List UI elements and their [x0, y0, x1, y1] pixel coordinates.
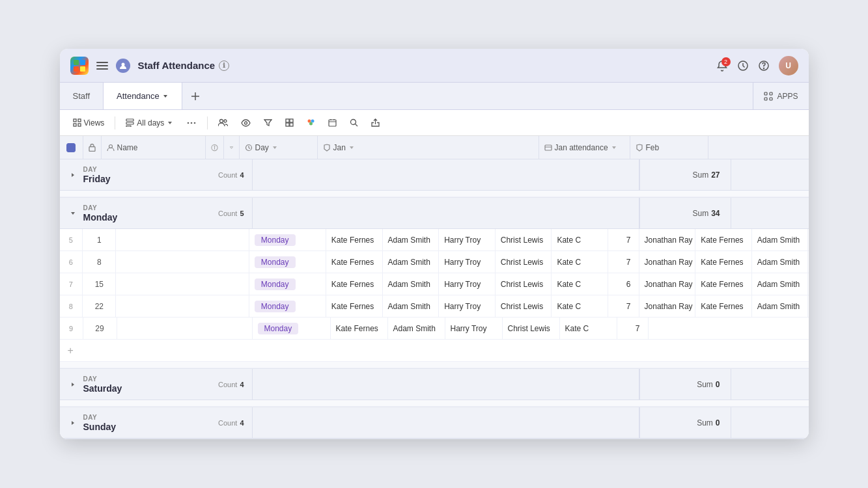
person-adam-1a[interactable]: Adam Smith	[383, 251, 440, 273]
person-kate-2a[interactable]: Kate Fernes	[326, 273, 383, 295]
person-jon-1[interactable]: Jonathan Ray	[639, 251, 696, 273]
sunday-chevron-icon[interactable]	[68, 418, 78, 428]
person-harry-2a[interactable]: Harry Troy	[439, 273, 496, 295]
avatar[interactable]: U	[779, 56, 798, 75]
row-name-4	[117, 318, 253, 339]
apps-button[interactable]: APPS	[753, 83, 808, 109]
person-harry-4a[interactable]: Harry Troy	[445, 318, 503, 339]
person-katec-0a[interactable]: Kate C	[552, 229, 608, 251]
day-pill-3[interactable]: Monday	[255, 301, 296, 312]
notification-badge: 2	[721, 57, 731, 66]
tab-attendance[interactable]: Attendance	[104, 83, 182, 109]
friday-day-name: Friday	[83, 174, 111, 184]
person-jon-3[interactable]: Jonathan Ray	[639, 295, 696, 317]
person-harry-3a[interactable]: Harry Troy	[439, 295, 496, 317]
group-friday-header[interactable]: DAY Friday Count 4 Sum 27	[60, 159, 809, 191]
add-row-monday[interactable]: +	[60, 340, 809, 362]
row-day-tag-1: Monday	[249, 251, 326, 273]
person-kate-0b[interactable]: Kate Fernes	[695, 229, 752, 251]
person-christ-3a[interactable]: Christ Lewis	[496, 295, 552, 317]
person-kate-4a[interactable]: Kate Fernes	[331, 318, 388, 339]
svg-rect-10	[764, 92, 767, 95]
person-adam-1b[interactable]: Adam Smith	[752, 251, 809, 273]
apps-label: APPS	[777, 92, 798, 101]
person-adam-0a[interactable]: Adam Smith	[383, 229, 440, 251]
expand-col-header	[224, 136, 240, 159]
color-button[interactable]	[301, 116, 320, 129]
person-jon-2[interactable]: Jonathan Ray	[639, 273, 696, 295]
people-button[interactable]	[213, 116, 233, 129]
all-days-button[interactable]: All days	[120, 116, 178, 130]
hamburger-menu-icon[interactable]	[96, 62, 108, 70]
person-adam-2b[interactable]: Adam Smith	[752, 273, 809, 295]
person-katec-3a[interactable]: Kate C	[552, 295, 608, 317]
person-harry-1a[interactable]: Harry Troy	[439, 251, 496, 273]
day-pill-2[interactable]: Monday	[255, 278, 296, 290]
person-adam-4a[interactable]: Adam Smith	[388, 318, 445, 339]
search-button[interactable]	[344, 116, 363, 129]
svg-rect-19	[126, 122, 133, 124]
person-christ-4a[interactable]: Christ Lewis	[503, 318, 560, 339]
person-kate-1a[interactable]: Kate Fernes	[326, 251, 383, 273]
person-katec-4a[interactable]: Kate C	[560, 318, 617, 339]
monday-chevron-icon[interactable]	[68, 208, 78, 219]
person-adam-0b[interactable]: Adam Smith	[752, 229, 809, 251]
monday-count-label: Count	[218, 210, 237, 217]
svg-point-21	[188, 122, 189, 124]
tab-attendance-label: Attendance	[117, 91, 160, 101]
sunday-day-name: Sunday	[83, 422, 117, 432]
person-adam-3b[interactable]: Adam Smith	[752, 295, 809, 317]
tab-add-button[interactable]	[182, 91, 208, 102]
person-christ-2a[interactable]: Christ Lewis	[496, 273, 552, 295]
hide-button[interactable]	[236, 116, 256, 129]
checkbox-col-header[interactable]	[60, 136, 83, 159]
grid-view-button[interactable]	[280, 116, 299, 129]
saturday-chevron-icon[interactable]	[68, 379, 78, 390]
person-adam-2a[interactable]: Adam Smith	[383, 273, 440, 295]
row-date-22: 22	[83, 295, 116, 317]
person-harry-0a[interactable]: Harry Troy	[439, 229, 496, 251]
svg-rect-27	[286, 119, 289, 122]
person-kate-3a[interactable]: Kate Fernes	[326, 295, 383, 317]
row-name-0	[116, 229, 249, 251]
group-saturday-header[interactable]: DAY Saturday Count 4 Sum 0	[60, 369, 809, 400]
notification-button[interactable]: 2	[716, 60, 728, 72]
filter-button[interactable]	[259, 116, 277, 129]
person-katec-1a[interactable]: Kate C	[552, 251, 608, 273]
person-kate-1b[interactable]: Kate Fernes	[695, 251, 752, 273]
title-info-icon[interactable]: ℹ	[219, 61, 229, 71]
group-monday-header[interactable]: DAY Monday Count 5 Sum 34	[60, 198, 809, 229]
select-all-checkbox[interactable]	[66, 143, 76, 152]
person-kate-2b[interactable]: Kate Fernes	[695, 273, 752, 295]
person-christ-1a[interactable]: Christ Lewis	[496, 251, 552, 273]
friday-chevron-icon[interactable]	[68, 170, 78, 180]
more-options-button[interactable]	[181, 115, 202, 131]
person-kate-0a[interactable]: Kate Fernes	[326, 229, 383, 251]
views-button[interactable]: Views	[68, 116, 110, 130]
row-num-8: 8	[60, 295, 83, 317]
calendar-button[interactable]	[323, 116, 342, 129]
svg-point-38	[351, 120, 356, 125]
svg-rect-1	[80, 60, 85, 65]
tab-staff[interactable]: Staff	[60, 83, 104, 109]
person-kate-3b[interactable]: Kate Fernes	[695, 295, 752, 317]
toolbar-divider-1	[115, 116, 115, 129]
monday-sum-label: Sum	[692, 209, 708, 218]
saturday-day-name: Saturday	[83, 383, 122, 394]
sunday-count-label: Count	[218, 419, 237, 427]
day-pill-1[interactable]: Monday	[255, 256, 296, 268]
monday-count: Count 5	[218, 210, 244, 217]
share-button[interactable]	[366, 116, 385, 129]
person-jon-0[interactable]: Jonathan Ray	[639, 229, 696, 251]
person-katec-2a[interactable]: Kate C	[552, 273, 608, 295]
row-day-tag-0: Monday	[249, 229, 326, 251]
history-icon[interactable]	[737, 60, 749, 72]
sunday-sum-val: 0	[716, 418, 720, 427]
help-icon[interactable]	[758, 60, 770, 72]
day-pill-0[interactable]: Monday	[255, 234, 296, 246]
group-sunday-header[interactable]: DAY Sunday Count 4 Sum 0	[60, 407, 809, 439]
svg-point-22	[191, 122, 193, 124]
person-christ-0a[interactable]: Christ Lewis	[496, 229, 552, 251]
person-adam-3a[interactable]: Adam Smith	[383, 295, 440, 317]
day-pill-4[interactable]: Monday	[258, 323, 299, 334]
